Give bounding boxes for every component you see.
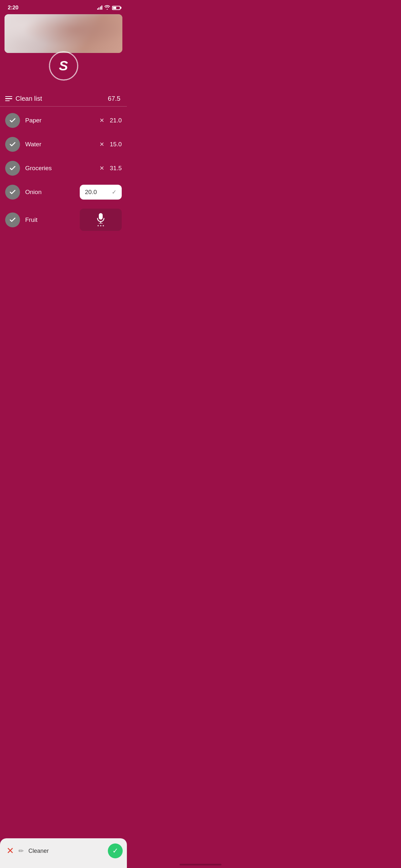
item-value: 15.0 — [107, 141, 122, 148]
signal-icon — [97, 6, 103, 10]
check-circle[interactable] — [5, 185, 20, 199]
item-input-box[interactable]: 20.0 ✓ — [80, 185, 122, 199]
item-value: 31.5 — [107, 165, 122, 172]
header-total: 67.5 — [108, 95, 120, 102]
logo-circle: S — [49, 51, 78, 81]
item-name: Onion — [25, 189, 42, 196]
header-title: Clean list — [16, 95, 42, 102]
list-item: Paper ✕ 21.0 — [5, 113, 122, 128]
item-left: Groceries — [5, 161, 52, 176]
list-item: Water ✕ 15.0 — [5, 137, 122, 152]
status-bar: 2:20 — [0, 0, 127, 13]
wifi-icon — [104, 5, 110, 11]
item-name: Groceries — [25, 165, 52, 172]
item-right: ✕ 31.5 — [99, 165, 122, 172]
menu-icon[interactable] — [5, 96, 12, 101]
banner-image — [4, 14, 122, 53]
status-icons — [97, 5, 121, 11]
microphone-icon — [96, 213, 105, 226]
header-row: Clean list 67.5 — [0, 92, 127, 106]
check-circle[interactable] — [5, 113, 20, 128]
svg-rect-0 — [99, 213, 103, 220]
battery-icon — [112, 6, 120, 10]
input-confirm-icon[interactable]: ✓ — [112, 189, 117, 196]
item-name: Fruit — [25, 216, 37, 223]
item-delete-icon[interactable]: ✕ — [99, 141, 104, 148]
mic-button[interactable] — [80, 209, 122, 231]
status-time: 2:20 — [8, 4, 19, 11]
item-left: Paper — [5, 113, 42, 128]
item-delete-icon[interactable]: ✕ — [99, 165, 104, 172]
item-name: Paper — [25, 117, 42, 124]
item-right: ✕ 21.0 — [99, 117, 122, 124]
list-item: Fruit — [5, 209, 122, 231]
header-left: Clean list — [5, 95, 42, 102]
item-left: Onion — [5, 185, 42, 199]
check-circle[interactable] — [5, 137, 20, 152]
item-value: 21.0 — [107, 117, 122, 124]
check-circle[interactable] — [5, 161, 20, 176]
check-circle[interactable] — [5, 213, 20, 227]
logo-letter: S — [59, 58, 68, 73]
item-input-value: 20.0 — [85, 189, 109, 196]
item-name: Water — [25, 141, 41, 148]
item-left: Water — [5, 137, 41, 152]
list-item: Groceries ✕ 31.5 — [5, 161, 122, 176]
item-left: Fruit — [5, 213, 37, 227]
item-delete-icon[interactable]: ✕ — [99, 117, 104, 124]
list-container: Paper ✕ 21.0 Water ✕ 15.0 — [0, 106, 127, 246]
list-item: Onion 20.0 ✓ — [5, 185, 122, 199]
item-right: ✕ 15.0 — [99, 141, 122, 148]
